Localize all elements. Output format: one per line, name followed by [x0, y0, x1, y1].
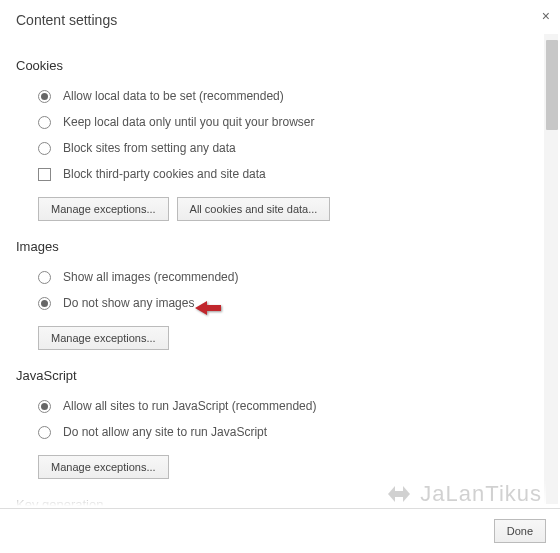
- radio-cookies-keep-until-quit[interactable]: Keep local data only until you quit your…: [16, 109, 544, 135]
- all-cookies-button[interactable]: All cookies and site data...: [177, 197, 331, 221]
- radio-cookies-block[interactable]: Block sites from setting any data: [16, 135, 544, 161]
- radio-js-block[interactable]: Do not allow any site to run JavaScript: [16, 419, 544, 445]
- radio-js-allow[interactable]: Allow all sites to run JavaScript (recom…: [16, 393, 544, 419]
- checkbox-icon: [38, 168, 51, 181]
- radio-icon: [38, 271, 51, 284]
- radio-label: Block sites from setting any data: [63, 141, 236, 155]
- manage-exceptions-button[interactable]: Manage exceptions...: [38, 197, 169, 221]
- section-images: Images Show all images (recommended) Do …: [16, 239, 544, 350]
- radio-label: Keep local data only until you quit your…: [63, 115, 314, 129]
- radio-icon: [38, 90, 51, 103]
- radio-images-do-not-show[interactable]: Do not show any images: [16, 290, 544, 316]
- radio-icon: [38, 142, 51, 155]
- checkbox-label: Block third-party cookies and site data: [63, 167, 266, 181]
- radio-cookies-allow[interactable]: Allow local data to be set (recommended): [16, 83, 544, 109]
- done-button[interactable]: Done: [494, 519, 546, 543]
- manage-exceptions-button[interactable]: Manage exceptions...: [38, 326, 169, 350]
- dialog-footer: Done: [0, 508, 560, 553]
- content-area: Cookies Allow local data to be set (reco…: [0, 36, 560, 506]
- section-javascript: JavaScript Allow all sites to run JavaSc…: [16, 368, 544, 479]
- radio-icon: [38, 297, 51, 310]
- checkbox-block-third-party[interactable]: Block third-party cookies and site data: [16, 161, 544, 187]
- radio-icon: [38, 426, 51, 439]
- radio-icon: [38, 400, 51, 413]
- close-icon[interactable]: ×: [542, 8, 550, 24]
- content-settings-dialog: Content settings × Cookies Allow local d…: [0, 0, 560, 553]
- manage-exceptions-button[interactable]: Manage exceptions...: [38, 455, 169, 479]
- section-title-cookies: Cookies: [16, 58, 544, 73]
- radio-label: Do not show any images: [63, 296, 194, 310]
- radio-label: Do not allow any site to run JavaScript: [63, 425, 267, 439]
- section-title-javascript: JavaScript: [16, 368, 544, 383]
- section-title-images: Images: [16, 239, 544, 254]
- radio-label: Allow local data to be set (recommended): [63, 89, 284, 103]
- radio-label: Show all images (recommended): [63, 270, 238, 284]
- section-key-generation: Key generation Allow all sites to use ke…: [16, 497, 544, 506]
- radio-images-show[interactable]: Show all images (recommended): [16, 264, 544, 290]
- section-cookies: Cookies Allow local data to be set (reco…: [16, 58, 544, 221]
- radio-label: Allow all sites to run JavaScript (recom…: [63, 399, 316, 413]
- radio-icon: [38, 116, 51, 129]
- dialog-title: Content settings: [0, 0, 560, 36]
- section-title-keygen: Key generation: [16, 497, 544, 506]
